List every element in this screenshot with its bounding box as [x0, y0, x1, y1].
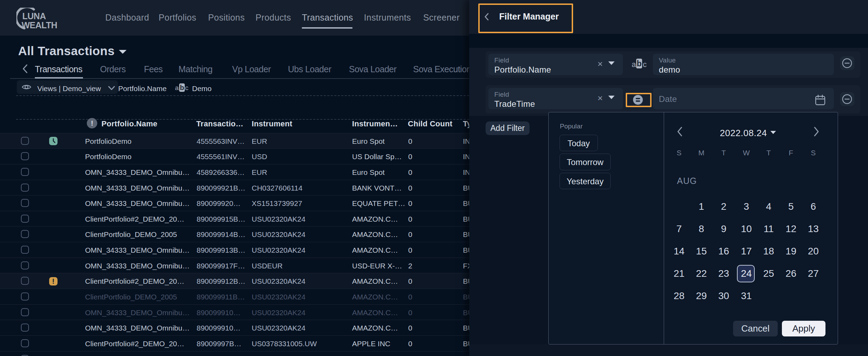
svg-text:LUNA: LUNA: [22, 11, 46, 21]
svg-text:WEALTH: WEALTH: [22, 20, 57, 30]
